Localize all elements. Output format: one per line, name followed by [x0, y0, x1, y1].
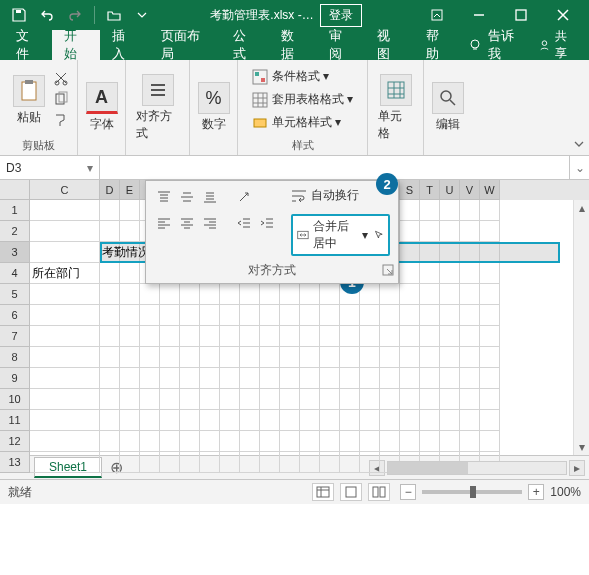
collapse-ribbon-icon[interactable]	[573, 138, 585, 153]
cell[interactable]	[240, 284, 260, 305]
cell[interactable]	[440, 431, 460, 452]
cell[interactable]	[200, 305, 220, 326]
cell[interactable]	[240, 389, 260, 410]
cell[interactable]	[380, 389, 400, 410]
cell[interactable]	[480, 263, 500, 284]
cell[interactable]	[300, 284, 320, 305]
cell-styles-button[interactable]: 单元格样式 ▾	[252, 114, 353, 131]
tab-help[interactable]: 帮助	[414, 30, 462, 60]
cell[interactable]	[440, 410, 460, 431]
tab-insert[interactable]: 插入	[100, 30, 148, 60]
cell[interactable]	[140, 389, 160, 410]
cell[interactable]	[460, 263, 480, 284]
cell[interactable]	[220, 389, 240, 410]
cell[interactable]	[400, 263, 420, 284]
cell[interactable]	[440, 221, 460, 242]
cell[interactable]	[420, 305, 440, 326]
cell[interactable]	[100, 326, 120, 347]
cell[interactable]	[460, 347, 480, 368]
cell[interactable]	[120, 347, 140, 368]
cell[interactable]	[160, 368, 180, 389]
cell[interactable]	[260, 347, 280, 368]
cell[interactable]	[30, 347, 100, 368]
column-header[interactable]: V	[460, 180, 480, 200]
editing-group-button[interactable]: 编辑	[428, 80, 468, 135]
cell[interactable]	[180, 347, 200, 368]
cell[interactable]	[420, 221, 440, 242]
cell[interactable]	[340, 368, 360, 389]
align-top-button[interactable]	[154, 187, 174, 207]
cell[interactable]	[460, 284, 480, 305]
normal-view-button[interactable]	[312, 483, 334, 501]
cell[interactable]	[340, 389, 360, 410]
cell[interactable]	[440, 347, 460, 368]
cell[interactable]	[400, 200, 420, 221]
row-header[interactable]: 7	[0, 326, 30, 347]
cell[interactable]	[160, 347, 180, 368]
row-header[interactable]: 8	[0, 347, 30, 368]
cell[interactable]	[160, 452, 180, 473]
cell[interactable]	[340, 431, 360, 452]
cell[interactable]	[160, 284, 180, 305]
cell[interactable]	[360, 305, 380, 326]
horizontal-scrollbar[interactable]	[387, 461, 567, 475]
cell[interactable]	[440, 326, 460, 347]
cell[interactable]	[460, 305, 480, 326]
cell[interactable]	[120, 368, 140, 389]
alignment-group-button[interactable]: 对齐方式	[132, 72, 183, 144]
cell[interactable]	[100, 368, 120, 389]
scroll-down-icon[interactable]: ▾	[574, 439, 589, 455]
cell[interactable]	[400, 431, 420, 452]
cell[interactable]	[480, 242, 500, 263]
cell[interactable]	[200, 389, 220, 410]
cell[interactable]	[30, 431, 100, 452]
cell[interactable]	[120, 431, 140, 452]
table-format-button[interactable]: 套用表格格式 ▾	[252, 91, 353, 108]
cell[interactable]	[100, 410, 120, 431]
cell[interactable]	[400, 284, 420, 305]
cell[interactable]	[200, 431, 220, 452]
cell[interactable]	[120, 410, 140, 431]
formula-input[interactable]	[100, 156, 569, 179]
cell[interactable]	[30, 326, 100, 347]
font-group-button[interactable]: A 字体	[82, 80, 122, 135]
cell[interactable]	[30, 242, 100, 263]
cell[interactable]	[120, 305, 140, 326]
cell[interactable]	[240, 410, 260, 431]
cell[interactable]	[280, 284, 300, 305]
chevron-down-icon[interactable]: ▾	[87, 161, 93, 175]
cell[interactable]	[100, 305, 120, 326]
select-all-corner[interactable]	[0, 180, 30, 200]
cell[interactable]	[120, 284, 140, 305]
cell[interactable]	[30, 389, 100, 410]
scroll-up-icon[interactable]: ▴	[574, 200, 589, 216]
cell[interactable]	[280, 347, 300, 368]
cell[interactable]	[320, 410, 340, 431]
cell[interactable]	[480, 200, 500, 221]
cell[interactable]	[240, 452, 260, 473]
cell[interactable]	[320, 305, 340, 326]
cell[interactable]	[180, 326, 200, 347]
cell[interactable]	[280, 410, 300, 431]
cell[interactable]	[140, 431, 160, 452]
cell[interactable]	[30, 221, 100, 242]
decrease-indent-button[interactable]	[234, 213, 254, 233]
cell[interactable]	[140, 410, 160, 431]
cell[interactable]	[30, 305, 100, 326]
name-box[interactable]: D3 ▾	[0, 156, 100, 179]
cell[interactable]	[480, 221, 500, 242]
cell[interactable]	[420, 368, 440, 389]
cell[interactable]	[300, 410, 320, 431]
cell[interactable]	[400, 389, 420, 410]
tab-formulas[interactable]: 公式	[221, 30, 269, 60]
cell[interactable]	[460, 389, 480, 410]
cell[interactable]	[120, 221, 140, 242]
cell[interactable]	[440, 389, 460, 410]
cell[interactable]	[360, 431, 380, 452]
row-header[interactable]: 5	[0, 284, 30, 305]
cell[interactable]	[420, 389, 440, 410]
merge-center-button[interactable]: 合并后居中 ▾	[291, 214, 390, 256]
row-header[interactable]: 4	[0, 263, 30, 284]
cell[interactable]	[300, 347, 320, 368]
cell[interactable]	[380, 431, 400, 452]
